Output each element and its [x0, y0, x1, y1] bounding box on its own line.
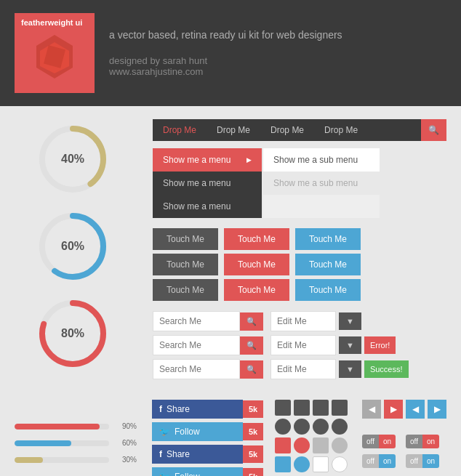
nav-item-3[interactable]: Drop Me — [314, 119, 368, 141]
toggle-on-label-3: on — [422, 454, 439, 468]
dropdown-area: Show me a menu ▶ Show me a menu Show me … — [153, 148, 446, 218]
progress-track-2 — [15, 457, 109, 463]
icon-cell — [275, 400, 291, 416]
submenu-item-0[interactable]: Show me a sub menu — [263, 148, 380, 172]
share-count-0: 5k — [243, 400, 263, 418]
icon-cell — [332, 400, 348, 416]
circles-column: 40% 60% 80% — [15, 119, 138, 379]
buttons-blue-col: Touch Me Touch Me Touch Me — [295, 228, 361, 301]
menu-item-2[interactable]: Show me a menu — [153, 195, 262, 218]
icon-grid — [275, 400, 350, 476]
toggle-2[interactable]: off on — [362, 454, 396, 468]
toggle-3[interactable]: off on — [406, 454, 439, 468]
circle-60: 60% — [15, 206, 131, 286]
search-column: 🔍 🔍 🔍 — [153, 311, 263, 379]
dropdown-menu: Show me a menu ▶ Show me a menu Show me … — [153, 148, 262, 218]
social-buttons: f Share 5k 🐦 Follow 5k f Share 5k 🐦 Foll… — [152, 400, 263, 476]
search-btn-0[interactable]: 🔍 — [240, 312, 263, 331]
edit-btn-0[interactable]: ▼ — [339, 312, 361, 330]
menu-item-0[interactable]: Show me a menu ▶ — [153, 148, 262, 172]
toggle-row-0: off on off on — [362, 435, 446, 448]
blue-btn-2[interactable]: Touch Me — [295, 279, 361, 301]
twitter-icon-1: 🐦 — [159, 472, 170, 476]
icon-cell — [313, 419, 329, 435]
nav-item-0[interactable]: Drop Me — [153, 119, 207, 141]
next-arrow-blue[interactable]: ▶ — [428, 400, 446, 419]
toggle-1[interactable]: off on — [406, 435, 439, 448]
progress-track-0 — [15, 424, 109, 429]
header-text: a vector based, retina ready ui kit for … — [109, 29, 342, 77]
nav-item-1[interactable]: Drop Me — [207, 119, 260, 141]
arrows-row-0: ◀ ▶ ◀ ▶ — [362, 400, 446, 419]
edit-row-2: ▼ Success! — [270, 359, 409, 379]
follow-count-1: 5k — [243, 468, 263, 476]
circle-60-label: 60% — [61, 240, 84, 253]
progress-fill-0 — [15, 424, 100, 429]
menu-item-1[interactable]: Show me a menu — [153, 172, 262, 195]
prev-arrow-blue[interactable]: ◀ — [406, 400, 425, 419]
search-btn-1[interactable]: 🔍 — [240, 336, 263, 355]
toggle-off-label-0: off — [362, 435, 379, 448]
search-input-2[interactable] — [153, 359, 240, 379]
twitter-icon-0: 🐦 — [159, 427, 170, 437]
dark-btn-2[interactable]: Touch Me — [153, 279, 218, 301]
buttons-section: Touch Me Touch Me Touch Me Touch Me Touc… — [153, 228, 446, 301]
edit-input-0[interactable] — [270, 311, 336, 331]
social-row-3: 🐦 Follow 5k — [152, 467, 263, 476]
icon-cell — [275, 437, 291, 453]
nav-search-button[interactable]: 🔍 — [421, 119, 446, 141]
edit-btn-2[interactable]: ▼ — [339, 360, 361, 378]
facebook-share-btn-0[interactable]: f Share — [152, 400, 243, 419]
icon-cell — [294, 437, 310, 453]
facebook-icon-0: f — [159, 404, 162, 414]
prev-arrow-gray[interactable]: ◀ — [362, 400, 381, 419]
search-row-1: 🔍 — [153, 335, 263, 355]
blue-btn-1[interactable]: Touch Me — [295, 254, 361, 275]
search-row-0: 🔍 — [153, 311, 263, 331]
red-btn-2[interactable]: Touch Me — [224, 279, 289, 301]
edit-btn-1[interactable]: ▼ — [339, 336, 361, 354]
buttons-dark-col: Touch Me Touch Me Touch Me — [153, 228, 218, 301]
icon-cell — [294, 400, 310, 416]
logo-box: featherweight ui — [15, 13, 95, 93]
search-input-0[interactable] — [153, 311, 240, 331]
icon-cell — [313, 437, 329, 453]
search-row-2: 🔍 — [153, 359, 263, 379]
progress-fill-2 — [15, 457, 43, 463]
toggle-on-label-1: on — [422, 435, 439, 448]
nav-bar: Drop Me Drop Me Drop Me Drop Me 🔍 — [153, 119, 446, 141]
search-btn-2[interactable]: 🔍 — [240, 360, 263, 379]
facebook-share-btn-1[interactable]: f Share — [152, 445, 243, 464]
toggle-row-1: off on off on — [362, 454, 446, 468]
follow-count-0: 5k — [243, 423, 263, 440]
blue-btn-0[interactable]: Touch Me — [295, 228, 361, 250]
icon-row-1 — [275, 419, 350, 435]
nav-item-2[interactable]: Drop Me — [260, 119, 314, 141]
red-btn-0[interactable]: Touch Me — [224, 228, 289, 250]
next-arrow-red[interactable]: ▶ — [384, 400, 403, 419]
chevron-right-icon: ▶ — [246, 156, 252, 164]
edit-input-2[interactable] — [270, 359, 336, 379]
progress-row-0: 90% — [15, 422, 140, 430]
progress-track-1 — [15, 440, 109, 446]
toggle-on-label-0: on — [379, 435, 396, 448]
icon-cell — [275, 419, 291, 435]
right-column: Drop Me Drop Me Drop Me Drop Me 🔍 Show m… — [153, 119, 446, 379]
twitter-follow-btn-0[interactable]: 🐦 Follow — [152, 422, 243, 441]
bottom-section: 90% 60% 30% f Share 5k 🐦 Follow — [0, 392, 461, 476]
toggle-off-label-3: off — [406, 454, 422, 468]
dark-btn-1[interactable]: Touch Me — [153, 254, 218, 275]
toggle-0[interactable]: off on — [362, 435, 396, 448]
progress-row-1: 60% — [15, 439, 140, 447]
icon-cell — [294, 456, 310, 472]
edit-row-1: ▼ Error! — [270, 335, 409, 355]
red-btn-1[interactable]: Touch Me — [224, 254, 289, 275]
icon-cell — [313, 456, 329, 472]
dark-btn-0[interactable]: Touch Me — [153, 228, 218, 250]
search-input-1[interactable] — [153, 335, 240, 355]
edit-input-1[interactable] — [270, 335, 336, 355]
progress-label-2: 30% — [113, 456, 137, 464]
twitter-follow-btn-1[interactable]: 🐦 Follow — [152, 467, 243, 476]
website-url: www.sarahjustine.com — [109, 66, 342, 77]
icon-row-0 — [275, 400, 350, 416]
